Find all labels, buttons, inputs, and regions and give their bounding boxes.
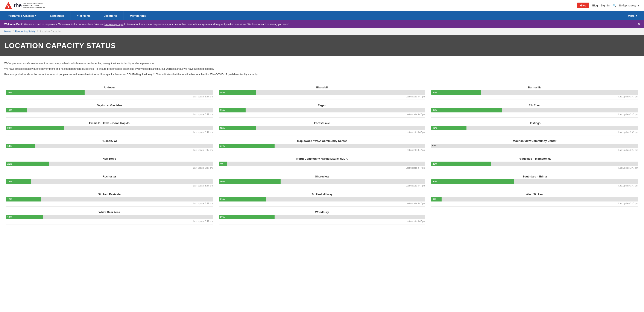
top-bar: Y the FOR YOUTH DEVELOPMENT FOR HEALTHY … (0, 0, 644, 11)
location-card: St. Paul Midway23%Last update 3:47 pm (216, 191, 428, 208)
intro-line-2: We have limited capacity due to governme… (4, 67, 640, 71)
location-name: Rochester (6, 175, 213, 178)
reopening-page-link[interactable]: Reopening page (104, 23, 124, 26)
last-update: Last update 3:47 pm (219, 185, 426, 189)
last-update: Last update 3:47 pm (6, 149, 213, 153)
nav-programs-classes[interactable]: Programs & Classes ▼ (0, 11, 43, 20)
last-update: Last update 3:47 pm (431, 202, 638, 207)
progress-bar-container: 21% (6, 162, 213, 166)
breadcrumb-current: Location Capacity (40, 30, 60, 33)
progress-bar-container: 17% (6, 197, 213, 202)
progress-label: 18% (220, 127, 225, 129)
progress-label: 29% (432, 162, 437, 165)
progress-bar-fill: 17% (431, 126, 466, 130)
signin-link[interactable]: Sign In (601, 4, 610, 7)
progress-bar-container: 13% (219, 108, 426, 112)
location-name: Ridgedale – Minnetonka (431, 157, 638, 160)
last-update: Last update 3:47 pm (6, 95, 213, 100)
location-card: Hudson, WI14%Last update 3:47 pm (3, 137, 216, 155)
progress-label: 13% (220, 109, 225, 112)
logo-area: Y the FOR YOUTH DEVELOPMENT FOR HEALTHY … (4, 1, 45, 10)
search-icon[interactable]: 🔍 (613, 4, 616, 7)
location-name: Blaisdell (219, 86, 426, 89)
breadcrumb-reopening[interactable]: Reopening Safely (15, 30, 36, 33)
locations-grid: Andover38%Last update 3:47 pmBlaisdell18… (0, 81, 644, 233)
last-update: Last update 3:47 pm (219, 220, 426, 225)
progress-label: 17% (432, 127, 437, 129)
tagline-1: FOR YOUTH DEVELOPMENT (23, 2, 45, 4)
page-title: LOCATION CAPACITY STATUS (4, 41, 640, 50)
last-update: Last update 3:47 pm (6, 113, 213, 118)
nav-y-at-home[interactable]: Y at Home (70, 11, 97, 20)
progress-label: 40% (432, 180, 437, 183)
last-update: Last update 3:47 pm (6, 131, 213, 135)
location-name: White Bear Area (6, 211, 213, 214)
language-selector[interactable]: Виберіть мову ▼ (619, 4, 640, 7)
progress-bar-fill: 29% (431, 162, 491, 166)
last-update: Last update 3:47 pm (219, 167, 426, 171)
nav-locations[interactable]: Locations (97, 11, 124, 20)
progress-bar-container: 27% (219, 144, 426, 148)
last-update: Last update 3:47 pm (431, 95, 638, 100)
progress-bar-fill: 23% (219, 197, 266, 202)
progress-bar-container: 12% (6, 179, 213, 184)
progress-bar-container: 28% (6, 126, 213, 130)
blog-link[interactable]: Blog (592, 4, 598, 7)
progress-bar-fill: 13% (219, 108, 246, 112)
progress-bar-container: 18% (219, 126, 426, 130)
intro-line-1: We've prepared a safe environment to wel… (4, 61, 640, 65)
last-update: Last update 3:47 pm (431, 131, 638, 135)
progress-bar-fill: 34% (431, 108, 502, 112)
progress-label: 34% (432, 109, 437, 112)
give-button[interactable]: Give (577, 2, 589, 8)
location-name: Maplewood YMCA Community Center (219, 139, 426, 142)
location-name: Hudson, WI (6, 139, 213, 142)
welcome-banner: Welcome Back! We are excited to reopen o… (0, 20, 644, 28)
location-name: Andover (6, 86, 213, 89)
progress-label: 18% (7, 216, 12, 218)
breadcrumb: Home / Reopening Safely / Location Capac… (0, 28, 644, 35)
location-card: Burnsville24%Last update 3:47 pm (428, 84, 641, 101)
nav-membership[interactable]: Membership (124, 11, 153, 20)
last-update: Last update 3:47 pm (431, 149, 638, 153)
progress-label: 30% (220, 180, 225, 183)
location-name: St. Paul Midway (219, 193, 426, 196)
location-card: Emma B. Howe – Coon Rapids28%Last update… (3, 119, 216, 137)
progress-label: 24% (432, 91, 437, 94)
progress-bar-container: 14% (6, 144, 213, 148)
intro-section: We've prepared a safe environment to wel… (0, 56, 644, 81)
location-name: West St. Paul (431, 193, 638, 196)
location-name: Eagan (219, 104, 426, 107)
main-nav: Programs & Classes ▼ Schedules Y at Home… (0, 11, 644, 20)
last-update: Last update 3:47 pm (219, 149, 426, 153)
location-name: Hastings (431, 121, 638, 125)
location-card: Dayton at Gavlidae10%Last update 3:47 pm (3, 101, 216, 119)
banner-close-button[interactable]: ✕ (638, 22, 640, 27)
last-update: Last update 3:47 pm (219, 202, 426, 207)
progress-label: 21% (7, 162, 12, 165)
last-update: Last update 3:47 pm (219, 95, 426, 100)
nav-schedules[interactable]: Schedules (43, 11, 70, 20)
chevron-down-icon: ▼ (636, 14, 638, 17)
location-name: Mounds View Community Center (431, 139, 638, 142)
breadcrumb-home[interactable]: Home (4, 30, 11, 33)
location-card: North Community Harold Mezile YMCA4%Last… (216, 155, 428, 173)
progress-label: 27% (220, 216, 225, 218)
breadcrumb-sep2: / (37, 30, 38, 33)
progress-bar-fill: 4% (219, 162, 227, 166)
progress-bar-container: 29% (431, 162, 638, 166)
location-card: Southdale – Edina40%Last update 3:47 pm (428, 173, 641, 191)
language-label: Виберіть мову (619, 4, 636, 7)
location-name: Woodbury (219, 211, 426, 214)
location-card: Hastings17%Last update 3:47 pm (428, 119, 641, 137)
progress-bar-container: 4% (219, 162, 426, 166)
location-name: Emma B. Howe – Coon Rapids (6, 121, 213, 125)
location-name: Forest Lake (219, 121, 426, 125)
location-name: Elk River (431, 104, 638, 107)
progress-bar-container: 0% (431, 144, 638, 148)
progress-bar-fill: 18% (6, 215, 43, 219)
progress-label: 12% (7, 180, 12, 183)
progress-label: 14% (7, 145, 12, 147)
nav-more[interactable]: More ▼ (622, 11, 644, 20)
location-card: St. Paul Eastside17%Last update 3:47 pm (3, 191, 216, 208)
